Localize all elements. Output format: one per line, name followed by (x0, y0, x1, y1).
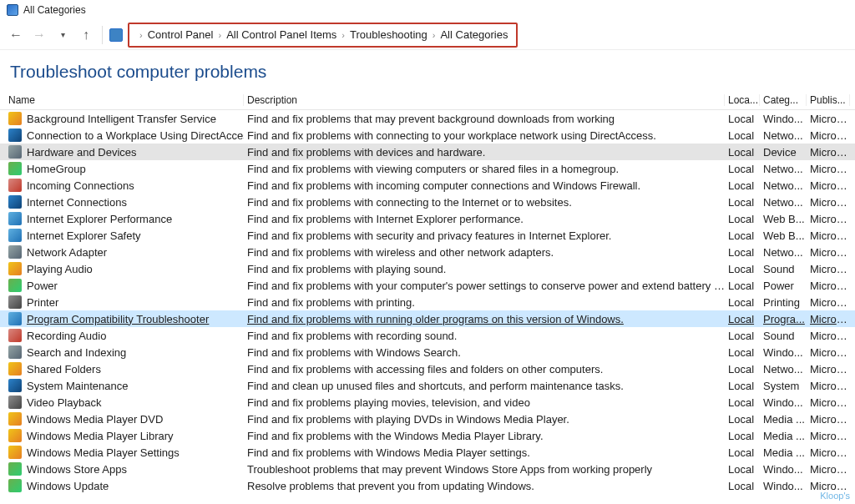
item-location: Local (725, 263, 760, 275)
item-publisher: Micros... (807, 113, 850, 125)
item-icon (8, 429, 22, 442)
col-description[interactable]: Description (244, 94, 725, 106)
item-publisher: Micros... (807, 330, 850, 342)
item-icon (8, 262, 22, 275)
item-name: Printer (27, 296, 58, 309)
item-publisher: Micros... (807, 129, 850, 142)
list-item[interactable]: Search and IndexingFind and fix problems… (0, 344, 855, 360)
item-name: Hardware and Devices (27, 146, 137, 159)
list-item[interactable]: Recording AudioFind and fix problems wit… (0, 327, 855, 344)
item-location: Local (725, 480, 760, 492)
list-item[interactable]: HomeGroupFind and fix problems with view… (0, 160, 855, 177)
arrow-left-icon: ← (9, 28, 23, 42)
item-name: System Maintenance (27, 380, 128, 392)
item-icon (8, 446, 22, 459)
list-item[interactable]: Playing AudioFind and fix problems with … (0, 260, 855, 277)
list-item[interactable]: Hardware and DevicesFind and fix problem… (0, 144, 855, 160)
item-category: Netwo... (760, 196, 807, 209)
item-name: Background Intelligent Transfer Service (27, 113, 216, 125)
item-description: Find and fix problems with wireless and … (244, 246, 725, 259)
list-item[interactable]: Windows Media Player DVDFind and fix pro… (0, 411, 855, 427)
list-item[interactable]: Shared FoldersFind and fix problems with… (0, 360, 855, 377)
item-description: Find and fix problems with playing DVDs … (244, 413, 725, 426)
item-icon (8, 329, 22, 342)
item-name: Power (27, 280, 58, 292)
list-item[interactable]: Connection to a Workplace Using DirectAc… (0, 127, 855, 144)
breadcrumb-segment[interactable]: All Control Panel Items (226, 28, 336, 41)
list-item[interactable]: Windows Store AppsTroubleshoot problems … (0, 461, 855, 477)
col-publisher[interactable]: Publis... (807, 94, 850, 106)
app-icon (7, 4, 18, 16)
item-category: Windo... (760, 346, 807, 359)
list-item[interactable]: Internet ConnectionsFind and fix problem… (0, 194, 855, 210)
item-description: Find and fix problems that may prevent b… (244, 113, 725, 125)
item-name: Windows Media Player DVD (27, 413, 163, 426)
item-publisher: Micros... (807, 363, 850, 375)
chevron-right-icon[interactable]: › (433, 30, 436, 40)
list-item[interactable]: Internet Explorer SafetyFind and fix pro… (0, 227, 855, 244)
item-publisher: Micros... (807, 179, 850, 192)
troubleshooter-list: Name Description Loca... Categ... Publis… (0, 90, 855, 494)
item-publisher: Micros... (807, 430, 850, 442)
item-description: Find and fix problems with accessing fil… (244, 363, 725, 375)
list-item[interactable]: Network AdapterFind and fix problems wit… (0, 244, 855, 260)
list-item[interactable]: System MaintenanceFind and clean up unus… (0, 377, 855, 394)
item-description: Find and clean up unused files and short… (244, 380, 725, 392)
item-name: Internet Connections (27, 196, 127, 209)
item-icon (8, 396, 22, 409)
item-location: Local (725, 146, 760, 159)
breadcrumb[interactable]: ›Control Panel›All Control Panel Items›T… (128, 23, 518, 48)
page-title: Troubleshoot computer problems (0, 50, 855, 90)
item-category: Windo... (760, 396, 807, 409)
item-name: Search and Indexing (27, 346, 126, 359)
item-publisher: Micros... (807, 229, 850, 242)
item-icon (8, 245, 22, 259)
up-button[interactable]: ↑ (77, 26, 95, 44)
item-location: Local (725, 313, 760, 325)
list-item[interactable]: Video PlaybackFind and fix problems play… (0, 394, 855, 411)
chevron-right-icon[interactable]: › (139, 30, 143, 40)
item-description: Find and fix problems with playing sound… (244, 263, 725, 275)
recent-pages-button[interactable]: ▾ (53, 26, 72, 44)
col-name[interactable]: Name (5, 94, 244, 106)
item-description: Find and fix problems with security and … (244, 229, 725, 242)
list-item[interactable]: Windows Media Player SettingsFind and fi… (0, 444, 855, 461)
item-name: Windows Store Apps (27, 463, 127, 476)
breadcrumb-segment[interactable]: All Categories (440, 28, 508, 41)
item-location: Local (725, 229, 760, 242)
item-category: Netwo... (760, 179, 807, 192)
item-location: Local (725, 430, 760, 442)
watermark: Kloop's (820, 491, 850, 501)
list-item[interactable]: PrinterFind and fix problems with printi… (0, 294, 855, 310)
col-category[interactable]: Categ... (760, 94, 807, 106)
forward-button: → (30, 26, 48, 44)
col-location[interactable]: Loca... (725, 94, 760, 106)
breadcrumb-segment[interactable]: Troubleshooting (350, 28, 428, 41)
list-item[interactable]: Program Compatibility TroubleshooterFind… (0, 310, 855, 327)
list-item[interactable]: Background Intelligent Transfer ServiceF… (0, 110, 855, 127)
item-icon (8, 279, 22, 292)
list-item[interactable]: Incoming ConnectionsFind and fix problem… (0, 177, 855, 194)
title-bar: All Categories (0, 0, 855, 20)
list-item[interactable]: Windows UpdateResolve problems that prev… (0, 477, 855, 494)
chevron-right-icon[interactable]: › (218, 30, 221, 40)
breadcrumb-segment[interactable]: Control Panel (148, 28, 214, 41)
item-name: Playing Audio (27, 263, 93, 275)
item-publisher: Micros... (807, 280, 850, 292)
item-icon (8, 212, 22, 225)
item-icon (8, 462, 22, 476)
item-category: Sound (760, 263, 807, 275)
item-publisher: Micros... (807, 246, 850, 259)
item-category: Netwo... (760, 129, 807, 142)
address-bar-icon[interactable] (109, 28, 123, 42)
list-item[interactable]: Windows Media Player LibraryFind and fix… (0, 427, 855, 444)
item-description: Find and fix problems with connecting to… (244, 196, 725, 209)
item-publisher: Micros... (807, 296, 850, 309)
chevron-right-icon[interactable]: › (341, 30, 345, 40)
item-publisher: Micros... (807, 396, 850, 409)
item-description: Find and fix problems with running older… (244, 313, 725, 325)
list-item[interactable]: PowerFind and fix problems with your com… (0, 277, 855, 294)
back-button[interactable]: ← (7, 26, 25, 44)
list-item[interactable]: Internet Explorer PerformanceFind and fi… (0, 210, 855, 227)
item-location: Local (725, 363, 760, 375)
